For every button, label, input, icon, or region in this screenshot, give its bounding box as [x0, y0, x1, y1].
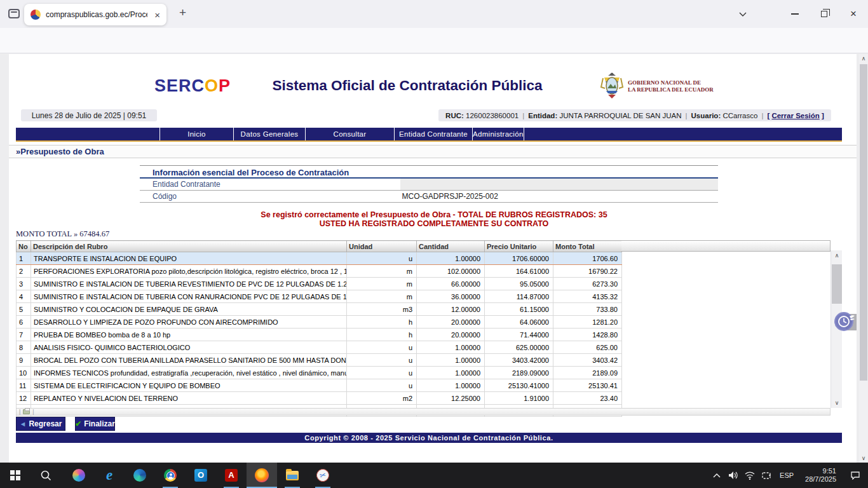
search-icon [40, 470, 51, 481]
volume-icon[interactable] [725, 471, 742, 480]
taskbar-search-button[interactable] [31, 463, 61, 488]
browser-scrollbar-thumb[interactable] [860, 64, 867, 381]
main-navigation: InicioDatos GeneralesConsultarEntidad Co… [16, 128, 842, 140]
start-button[interactable] [0, 463, 31, 488]
table-row[interactable]: 6 DESARROLLO Y LIMPIEZA DE POZO PROFUNDO… [17, 316, 622, 329]
taskbar-ie-button[interactable]: e [94, 463, 125, 488]
taskbar-chrome-button[interactable] [155, 463, 186, 488]
table-row[interactable]: 7 PRUEBA DE BOMBEO bomba de 8 a 10 hp h … [17, 329, 622, 341]
browser-toolbar: ← → https://www.compraspublicas.gob.ec/P… [0, 28, 868, 53]
budget-table: No Descripción del Rubro Unidad Cantidad… [16, 240, 622, 417]
date-time-bar: Lunes 28 de Julio de 2025 | 09:51 [21, 109, 157, 121]
table-row[interactable]: 11 SISTEMA DE ELECTRIFICACION Y EQUIPO D… [17, 379, 622, 392]
browser-tab-bar: compraspublicas.gob.ec/Proce × + × [0, 0, 868, 28]
info-value-shade [400, 179, 719, 190]
table-row[interactable]: 4 SUMINISTRO E INSTALACION DE TUBERIA CO… [17, 290, 622, 303]
cast-display-icon[interactable] [758, 471, 775, 480]
process-info-title: Información esencial del Proceso de Cont… [140, 165, 718, 179]
process-info-table: Información esencial del Proceso de Cont… [140, 165, 718, 203]
regresar-button[interactable]: ◄ Regresar [16, 417, 65, 431]
ecuador-coat-of-arms-icon [600, 72, 624, 102]
system-tray: ESP 9:51 28/7/2025 [709, 463, 868, 488]
success-message-line1: Se registró correctamente el Presupuesto… [261, 210, 607, 219]
table-row[interactable]: 10 INFORMES TECNICOS profundidad, estrat… [17, 367, 622, 379]
table-row[interactable]: 1 TRANSPORTE E INSTALACION DE EQUIPO u 1… [17, 252, 622, 265]
acrobat-icon: A [225, 469, 238, 482]
notification-center-icon[interactable] [843, 471, 868, 480]
file-explorer-icon [286, 471, 299, 480]
nav-spacer [16, 128, 160, 140]
taskbar: e O A ✂ ESP 9:51 28/7/2025 [0, 463, 868, 488]
table-row[interactable]: 8 ANALISIS FISICO- QUIMICO BACTERIOLOGIC… [17, 341, 622, 354]
tab-close-icon[interactable]: × [154, 10, 160, 20]
snipping-tool-icon: ✂ [315, 468, 330, 483]
browser-tab[interactable]: compraspublicas.gob.ec/Proce × [24, 4, 166, 25]
table-scrollbar-thumb[interactable] [832, 264, 842, 304]
window-close-button[interactable]: × [839, 0, 868, 28]
window-restore-button[interactable] [810, 0, 839, 28]
window-minimize-button[interactable] [780, 0, 810, 28]
info-row-entidad: Entidad Contratante [140, 179, 718, 191]
outlook-icon: O [194, 469, 207, 482]
taskbar-copilot-button[interactable] [64, 463, 94, 488]
table-row[interactable]: 3 SUMINISTRO E INSTALACION DE TUBERIA RE… [17, 278, 622, 290]
taskbar-firefox-button[interactable] [247, 463, 277, 488]
table-row[interactable]: 5 SUMINISTRO Y COLOCACION DE EMPAQUE DE … [17, 303, 622, 316]
chrome-icon [164, 469, 177, 482]
table-row[interactable]: 12 REPLANTEO Y NIVELACION DEL TERRENO m2… [17, 392, 622, 405]
government-label: GOBIERNO NACIONAL DELA REPUBLICA DEL ECU… [628, 79, 714, 93]
table-header-extension [621, 240, 831, 252]
browser-scroll-down-icon[interactable]: ∨ [859, 455, 868, 461]
browser-scrollbar[interactable]: ∧ ∨ [859, 54, 868, 463]
edge-icon [133, 469, 146, 482]
language-indicator[interactable]: ESP [780, 471, 794, 479]
sercop-logo: SERCOP [154, 76, 231, 96]
scroll-up-icon[interactable]: ∧ [831, 250, 843, 261]
scroll-down-icon[interactable]: ∨ [831, 398, 843, 408]
firefox-icon [255, 468, 269, 482]
info-row-codigo: Código MCO-GADPRSJP-2025-002 [140, 191, 718, 203]
nav-item[interactable]: Datos Generales [234, 128, 306, 140]
finalizar-button[interactable]: ✔ Finalizar [75, 417, 115, 431]
browser-scroll-up-icon[interactable]: ∧ [859, 55, 868, 62]
tab-title: compraspublicas.gob.ec/Proce [46, 10, 147, 19]
taskbar-edge-button[interactable] [125, 463, 155, 488]
hidden-icons-chevron-icon[interactable] [709, 473, 725, 478]
nav-gold-underline [16, 140, 842, 142]
nav-item[interactable]: Administración [473, 128, 524, 140]
check-icon: ✔ [75, 419, 81, 428]
site-favicon-icon [31, 10, 41, 20]
wifi-icon[interactable] [742, 471, 758, 480]
taskbar-explorer-button[interactable] [277, 463, 308, 488]
table-row[interactable]: 2 PERFORACIONES EXPLORATORIA pozo piloto… [17, 265, 622, 278]
print-icon[interactable] [23, 409, 30, 414]
success-message-line2: USTED HA REGISTRADO COMPLETAMENTE SU CON… [320, 219, 549, 228]
monto-total-label: MONTO TOTAL » 67484.67 [16, 229, 109, 239]
nav-item[interactable]: Entidad Contratante [395, 128, 473, 140]
copyright-footer: Copyright © 2008 - 2025 Servicio Naciona… [16, 433, 842, 443]
logout-link[interactable]: [ Cerrar Sesión ] [767, 112, 824, 119]
table-footer-strip: | | [16, 408, 831, 416]
budget-table-header: No Descripción del Rubro Unidad Cantidad… [17, 241, 622, 252]
clock-widget-icon[interactable] [833, 310, 856, 333]
nav-item[interactable]: Inicio [160, 128, 234, 140]
taskbar-snipping-button[interactable]: ✂ [308, 463, 338, 488]
table-row[interactable]: 9 BROCAL DEL POZO CON TUBERIA ANILLADA P… [17, 354, 622, 367]
copilot-icon [72, 469, 85, 482]
nav-item[interactable]: Consultar [306, 128, 395, 140]
tab-list-chevron-icon[interactable] [728, 0, 757, 28]
back-arrow-icon: ◄ [20, 420, 27, 428]
taskbar-outlook-button[interactable]: O [186, 463, 216, 488]
screen: compraspublicas.gob.ec/Proce × + × ← → h… [0, 0, 868, 488]
taskbar-acrobat-button[interactable]: A [216, 463, 247, 488]
windows-logo-icon [10, 470, 20, 480]
breadcrumb-strip [9, 145, 857, 158]
session-bar: RUC: 1260023860001 | Entidad: JUNTA PARR… [438, 109, 831, 121]
new-tab-button[interactable]: + [179, 6, 186, 20]
taskbar-clock[interactable]: 9:51 28/7/2025 [805, 467, 836, 484]
internet-explorer-icon: e [106, 467, 112, 484]
breadcrumb: »Presupuesto de Obra [16, 147, 104, 156]
process-code-value: MCO-GADPRSJP-2025-002 [400, 191, 498, 203]
page-title: Sistema Oficial de Contratación Pública [272, 78, 542, 94]
firefox-view-icon[interactable] [8, 9, 20, 18]
